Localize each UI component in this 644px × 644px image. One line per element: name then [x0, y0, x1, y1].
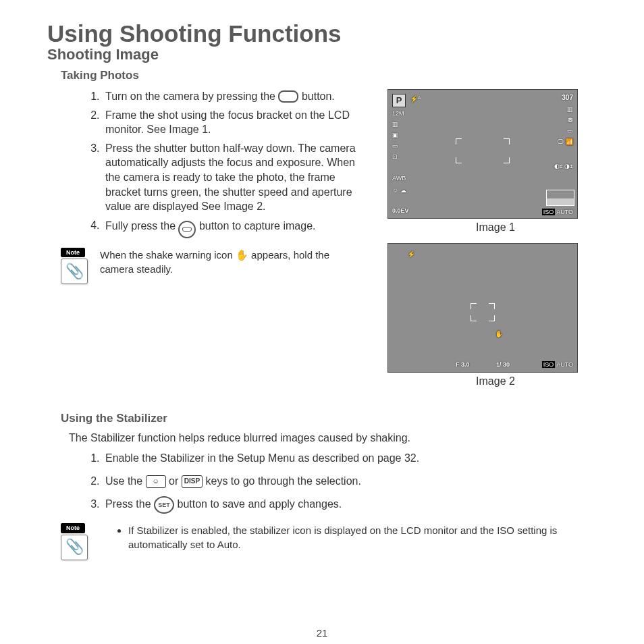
step-2: Use the ☺ or DISP keys to go through the…: [103, 474, 610, 489]
page-title: Using Shooting Functions: [47, 20, 610, 47]
section-heading: Shooting Image: [47, 46, 610, 63]
iso-readout: ISO AUTO: [542, 361, 573, 368]
note-block: Note 📎 When the shake warning icon ✋ app…: [61, 248, 365, 285]
step-4: Fully press the button to capture image.: [103, 218, 365, 236]
card-icon: ⛃: [568, 117, 573, 124]
step-1: Enable the Stabilizer in the Setup Menu …: [103, 451, 610, 466]
focus-bracket-br: [504, 157, 510, 163]
paperclip-icon: 📎: [61, 259, 88, 284]
step-3: Press the SET button to save and apply c…: [103, 496, 610, 514]
shake-warning-icon: ✋: [236, 249, 248, 261]
ev-value: 0.0EV: [392, 207, 409, 214]
iso-readout: ISO AUTO: [542, 209, 573, 215]
shutter-button-icon: [178, 221, 196, 238]
focus-bracket-tl: [456, 138, 462, 144]
page-number: 21: [0, 627, 644, 639]
step-3: Press the shutter button half-way down. …: [103, 141, 365, 214]
af-area-icon: ▭: [392, 142, 398, 149]
subsection-heading: Taking Photos: [61, 69, 610, 82]
awb-label: AWB: [392, 175, 406, 182]
note-text: If Stabilizer is enabled, the stabilizer…: [128, 523, 610, 552]
aperture-value: F 3.0: [456, 361, 470, 368]
mode-indicator: P: [392, 94, 406, 107]
note-text: When the shake warning icon ✋ appears, h…: [100, 248, 365, 276]
shots-remaining: 307: [562, 94, 573, 101]
lcd-preview-2: ⚡ ✋ F 3.0 1/ 30 ISO AUTO: [387, 243, 578, 373]
histogram: [546, 190, 574, 206]
stabilizer-steps: Enable the Stabilizer in the Setup Menu …: [34, 451, 610, 514]
flash-icon: ⚡: [407, 250, 415, 258]
intro-text: The Stabilizer function helps reduce blu…: [69, 432, 610, 444]
focus-bracket-tr: [504, 138, 510, 144]
step-2: Frame the shot using the focus bracket o…: [103, 108, 365, 137]
focus-mode-icon: ⊡: [392, 153, 398, 160]
shake-warning-icon: ✋: [495, 330, 503, 338]
lcd-preview-1: P ⚡ᴬ 307 12M ▥ ▣ ▭ ⊡ AWB ☺ ☁ 0.0EV ▥ ⛃ ▭…: [387, 89, 578, 219]
metering-icon: ▣: [392, 132, 398, 138]
frame-icon: ▭: [567, 128, 573, 134]
paperclip-icon: 📎: [61, 535, 88, 560]
battery-icon: ▥: [567, 106, 573, 113]
manual-page: Using Shooting Functions Shooting Image …: [0, 0, 644, 644]
power-button-icon: [278, 90, 298, 103]
note-block: Note 📎 If Stabilizer is enabled, the sta…: [61, 523, 610, 560]
focus-bracket-br: [489, 315, 495, 321]
subsection-heading: Using the Stabilizer: [61, 412, 610, 425]
drive-icon: 🖵 📶: [558, 138, 573, 145]
focus-bracket-tr: [489, 303, 495, 309]
sharpness-icon: ◐± ◑±: [554, 163, 573, 169]
focus-bracket-bl: [456, 157, 462, 163]
note-icon: Note 📎: [61, 248, 88, 285]
focus-bracket-bl: [471, 315, 477, 321]
note-icon: Note 📎: [61, 523, 88, 560]
taking-photos-steps: Turn on the camera by pressing the butto…: [74, 89, 365, 236]
face-detect-icon: ☺ ☁: [392, 187, 406, 194]
image-size: 12M: [392, 110, 404, 117]
quality-icon: ▥: [392, 121, 398, 128]
focus-bracket-tl: [471, 303, 477, 309]
set-button-icon: SET: [154, 496, 174, 514]
macro-key-icon: ☺: [146, 475, 166, 488]
image2-caption: Image 2: [387, 375, 603, 387]
image1-caption: Image 1: [387, 221, 603, 234]
disp-key-icon: DISP: [182, 475, 203, 488]
shutter-value: 1/ 30: [496, 361, 510, 368]
step-1: Turn on the camera by pressing the butto…: [103, 89, 365, 104]
flash-icon: ⚡ᴬ: [410, 95, 421, 103]
